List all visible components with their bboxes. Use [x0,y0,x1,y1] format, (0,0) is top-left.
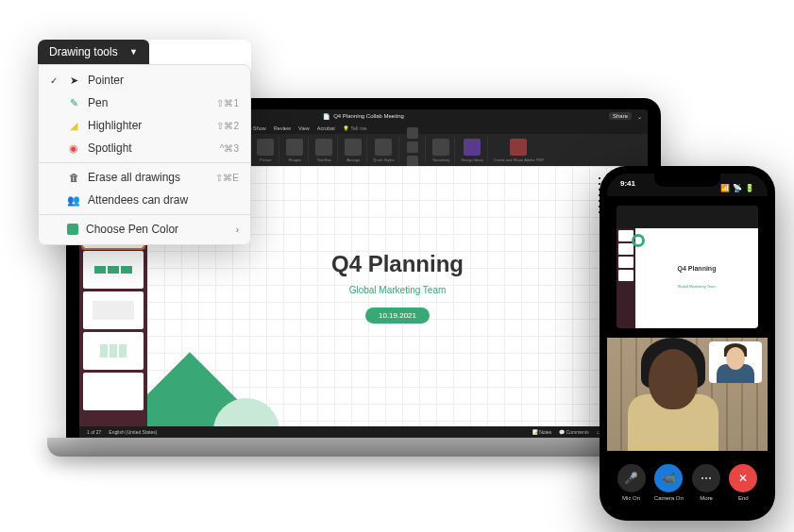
erase-drawings[interactable]: 🗑 Erase all drawings ⇧⌘E [39,166,250,189]
menu-review[interactable]: Review [274,125,291,131]
chevron-icon[interactable]: ⌄ [637,113,642,120]
language[interactable]: English (United States) [109,429,157,435]
end-button[interactable]: ✕End [729,464,757,501]
phone-device: 9:41 📶📡🔋 Q4 Planning Global Marketing Te… [600,166,775,521]
chevron-down-icon: ▼ [129,47,138,57]
tool-highlighter[interactable]: ◢ Highlighter ⇧⌘2 [39,114,250,137]
spotlight-icon: ◉ [67,141,80,155]
chevron-right-icon: › [236,224,239,235]
ribbon-quickstyles[interactable] [375,139,392,156]
thumb-4[interactable] [83,291,144,329]
camera-icon: 📹 [662,472,676,485]
comments-button[interactable]: 💬 Comments [559,429,589,435]
tool-pen[interactable]: ✎ Pen ⇧⌘1 [39,91,250,114]
ribbon-arrange[interactable] [345,139,362,156]
ribbon-textbox[interactable] [315,139,332,156]
ribbon-adobe[interactable] [510,139,527,156]
thumb-3[interactable] [83,251,144,289]
camera-button[interactable]: 📹Camera On [654,464,684,501]
share-button[interactable]: Share [609,112,632,120]
video-feed[interactable] [607,338,768,451]
tool-pointer[interactable]: ✓ ➤ Pointer [39,69,250,91]
thumb-6[interactable] [83,373,144,410]
color-swatch [67,224,78,235]
ribbon-shapes[interactable] [286,139,303,156]
more-button[interactable]: ⋯More [692,464,720,501]
participant-pip[interactable] [709,341,762,383]
slide-title[interactable]: Q4 Planning [331,251,464,277]
menu-tellme[interactable]: 💡 Tell me [343,125,367,131]
trash-icon: 🗑 [67,171,80,184]
thumb-5[interactable] [83,332,144,370]
drawing-tools-toggle[interactable]: Drawing tools ▼ [38,40,149,64]
slide-count: 1 of 27 [87,429,101,435]
notes-button[interactable]: 📝 Notes [532,429,551,435]
choose-pen-color[interactable]: Choose Pen Color › [39,218,250,241]
slide-subtitle[interactable]: Global Marketing Team [349,285,447,295]
mic-icon: 🎤 [624,472,638,485]
phone-notch [654,174,720,187]
pen-icon: ✎ [67,96,80,109]
mini-slide-title: Q4 Planning [678,265,717,272]
people-icon: 👥 [67,193,80,207]
more-icon: ⋯ [701,472,712,485]
mini-slide-subtitle: Global Marketing Team [677,284,716,289]
doc-title: Q4 Planning Collab Meeting [333,113,404,119]
ribbon-sensitivity[interactable] [432,139,449,156]
slide-date-pill[interactable]: 10.19.2021 [365,308,430,324]
drawing-tools-menu: Drawing tools ▼ ✓ ➤ Pointer ✎ Pen ⇧⌘1 ◢ … [38,40,251,245]
phone-screen: 9:41 📶📡🔋 Q4 Planning Global Marketing Te… [607,174,768,513]
call-controls: 🎤Mic On 📹Camera On ⋯More ✕End [607,451,768,513]
menu-view[interactable]: View [298,125,310,131]
signal-icons: 📶📡🔋 [720,179,754,196]
doc-icon: 📄 [323,113,329,120]
statusbar: 1 of 27 English (United States) 📝 Notes … [79,426,648,438]
attendees-can-draw[interactable]: 👥 Attendees can draw [39,189,250,211]
pointer-icon: ➤ [67,74,80,87]
ribbon-design-ideas[interactable] [464,139,481,156]
highlighter-icon: ◢ [67,119,80,132]
menu-acrobat[interactable]: Acrobat [317,125,335,131]
check-icon: ✓ [50,75,59,86]
participant-main [628,338,718,451]
phone-time: 9:41 [620,179,635,196]
mic-button[interactable]: 🎤Mic On [617,464,646,501]
laptop-base [47,438,680,457]
phone-icon: ✕ [738,472,748,485]
screen-share-view[interactable]: Q4 Planning Global Marketing Team [607,196,768,338]
tool-spotlight[interactable]: ◉ Spotlight ^⌘3 [39,137,250,159]
ribbon-picture[interactable] [257,139,274,156]
